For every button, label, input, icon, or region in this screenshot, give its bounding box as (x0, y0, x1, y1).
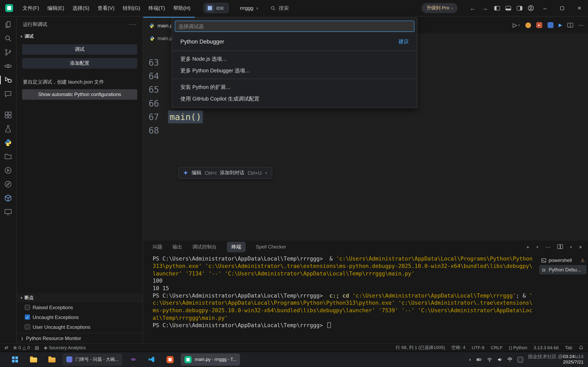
terminal-dropdown-icon[interactable]: ∨ (536, 245, 538, 249)
toggle-secondary-sidebar-icon[interactable] (514, 2, 525, 14)
quickpick-item[interactable]: Python Debugger建议 (172, 34, 417, 49)
split-terminal-icon[interactable] (557, 244, 563, 250)
activity-folder-icon[interactable] (0, 150, 16, 163)
python-interpreter[interactable]: 3.13.3 64-bit (534, 345, 559, 350)
breakpoint-checkbox[interactable] (25, 324, 30, 330)
breakpoint-checkbox[interactable] (25, 315, 30, 320)
ai-assistant-icon[interactable] (525, 22, 531, 28)
breakpoints-header[interactable]: ∨ 断点 (17, 293, 143, 303)
close-panel-icon[interactable]: × (579, 244, 582, 250)
menu-item[interactable]: 终端(T) (144, 2, 169, 14)
python-resource-monitor-section[interactable]: ❭ Python Resource Monitor (17, 333, 143, 343)
visual-studio-button[interactable]: ∞ (126, 353, 141, 366)
add-config-button[interactable]: 添加配置 (22, 58, 137, 68)
inline-chat-hint[interactable]: 编辑 Ctrl+I 添加到对话 Ctrl+U ∨ (178, 167, 272, 179)
breakpoint-item[interactable]: Raised Exceptions (17, 303, 143, 312)
volume-icon[interactable] (497, 357, 503, 362)
ide-mode-badge[interactable]: IDE (204, 3, 229, 13)
notebook-icon[interactable] (547, 22, 554, 28)
debug-section-header[interactable]: ∨ 调试 (17, 32, 143, 41)
breakpoint-checkbox[interactable] (25, 305, 30, 310)
activity-python-icon[interactable] (0, 136, 16, 150)
nav-back-button[interactable]: ← (467, 5, 479, 11)
activity-run-debug-icon[interactable] (0, 73, 16, 87)
activity-test-icon[interactable] (0, 122, 16, 136)
activity-remote-device-icon[interactable] (0, 205, 16, 219)
breakpoint-item[interactable]: Uncaught Exceptions (17, 312, 143, 322)
vscode-button[interactable] (144, 353, 159, 366)
toggle-panel-icon[interactable] (503, 2, 514, 14)
ports-icon[interactable]: ▤ (35, 345, 39, 350)
battery-icon[interactable] (476, 357, 482, 362)
start-button[interactable] (8, 353, 23, 366)
nav-forward-button[interactable]: → (479, 5, 491, 11)
activity-search-icon[interactable] (0, 32, 16, 45)
app-logo-icon[interactable] (5, 4, 13, 12)
indent-indicator[interactable]: 空格: 4 (451, 344, 465, 351)
activity-source-control-icon[interactable] (0, 45, 16, 59)
quickpick-item[interactable]: 更多 Node.js 选项... (172, 53, 417, 65)
activity-package-icon[interactable] (0, 191, 16, 205)
terminal-output[interactable]: PS C:\Users\Administrator\AppData\Local\… (143, 253, 539, 343)
cursor-position[interactable]: 行 68, 列 1 (已选择1005) (396, 344, 445, 351)
terminal-instance[interactable]: Python Debu... (539, 265, 587, 275)
ime-language-indicator[interactable]: 中 (508, 356, 512, 363)
menu-item[interactable]: 编辑(E) (43, 2, 68, 14)
panel-tab[interactable]: 调试控制台 (192, 244, 217, 250)
more-editor-actions-icon[interactable]: ⋯ (578, 22, 583, 28)
tab-focus-mode[interactable]: Tab (565, 345, 572, 350)
toggle-primary-sidebar-icon[interactable] (491, 2, 503, 14)
panel-tab[interactable]: 问题 (153, 244, 163, 250)
encoding-indicator[interactable]: UTF-8 (472, 345, 484, 350)
run-python-file-button[interactable]: ▷∨ (513, 22, 520, 28)
global-search[interactable]: 搜索 (270, 5, 289, 11)
tray-overflow-icon[interactable]: ∧ (469, 358, 471, 361)
debug-button[interactable]: 调试 (22, 44, 137, 55)
maximize-button[interactable] (554, 0, 571, 16)
menu-item[interactable]: 帮助(H) (169, 2, 194, 14)
minimize-button[interactable]: – (536, 0, 554, 16)
quickpick-input[interactable] (175, 21, 414, 32)
problems-indicator[interactable]: ⊗0 △0 (13, 345, 30, 350)
live-run-icon[interactable]: ▶ (559, 23, 562, 28)
activity-extensions-icon[interactable] (0, 108, 16, 122)
dismiss-icon[interactable]: ∨ (265, 171, 268, 175)
activity-explorer-icon[interactable] (0, 17, 16, 32)
breakpoint-item[interactable]: User Uncaught Exceptions (17, 322, 143, 332)
screenshot-app-button[interactable] (163, 353, 177, 366)
quickpick-item[interactable]: 更多 Python Debugger 选项... (172, 65, 417, 76)
sourcery-status[interactable]: ◈ Sourcery Analytics (44, 345, 86, 350)
wifi-icon[interactable] (487, 357, 492, 362)
workspace-switcher[interactable]: rrrggg ∨ (240, 5, 258, 11)
menu-item[interactable]: 文件(F) (18, 2, 43, 14)
ime-mode-icon[interactable] (517, 357, 523, 362)
activity-compass-icon[interactable] (0, 177, 16, 191)
activity-run-circle-icon[interactable] (0, 163, 16, 177)
terminal-instance[interactable]: powershell⚠ (539, 256, 587, 265)
account-icon[interactable] (525, 2, 536, 14)
activity-watch-icon[interactable] (0, 59, 16, 73)
split-editor-icon[interactable] (567, 23, 573, 27)
maximize-panel-icon[interactable]: ∧ (570, 245, 572, 249)
activity-chat-icon[interactable] (0, 87, 16, 101)
remote-icon[interactable]: ⇄ (5, 345, 8, 350)
more-actions-icon[interactable]: ··· (129, 21, 137, 27)
run-dedicated-terminal-icon[interactable]: ▸ (536, 22, 542, 28)
close-button[interactable]: × (571, 0, 588, 16)
quickpick-item[interactable]: 安装 Python 的扩展... (172, 81, 417, 93)
file-explorer-button[interactable] (26, 353, 41, 366)
new-terminal-icon[interactable]: + (526, 244, 529, 250)
auto-python-config-button[interactable]: Show automatic Python configurations (22, 89, 137, 100)
menu-item[interactable]: 查看(V) (93, 2, 118, 14)
pinned-window-button[interactable]: 门牌号 - 问题 - 大碗... (63, 353, 122, 366)
menu-item[interactable]: 转到(G) (118, 2, 144, 14)
quickpick-item[interactable]: 使用 GitHub Copilot 生成调试配置 (172, 93, 417, 105)
folder-shortcut-button[interactable] (44, 353, 59, 366)
upgrade-pro-button[interactable]: 升级到 Pro › (421, 3, 457, 13)
notifications-bell-icon[interactable] (579, 345, 583, 350)
active-window-button[interactable]: main.py - rrrggg - T... (181, 353, 240, 366)
panel-tab[interactable]: 输出 (173, 244, 182, 250)
language-mode[interactable]: { } Python (509, 345, 527, 350)
tray-clock[interactable]: 掘金技术社区 @03:24lu14 2025/7/21 (528, 354, 583, 365)
panel-tab[interactable]: 终端 (227, 242, 246, 252)
